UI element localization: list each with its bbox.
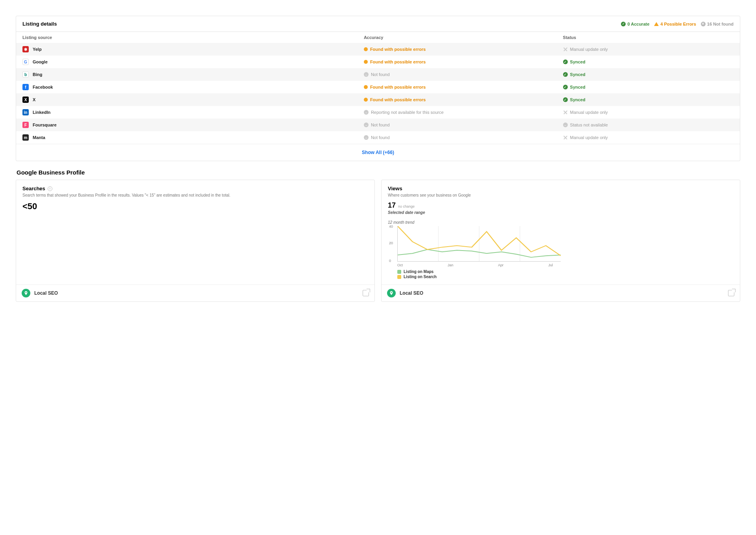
views-value-row: 17 no change bbox=[388, 201, 734, 210]
gbp-panels: Searches i Search terms that showed your… bbox=[16, 180, 740, 302]
views-x-labels: Oct Jan Apr Jul bbox=[397, 262, 561, 267]
status-text: Synced bbox=[570, 97, 586, 102]
na-dot-icon: – bbox=[364, 110, 369, 115]
accuracy-text: Found with possible errors bbox=[370, 97, 426, 102]
bing-source-icon: b bbox=[22, 71, 29, 78]
views-panel: Views Where customers see your business … bbox=[381, 180, 740, 302]
manual-update-icon bbox=[563, 135, 568, 140]
legend-not-found: ✕ 16 Not found bbox=[701, 22, 734, 26]
warning-dot-icon bbox=[364, 98, 368, 102]
status-text: Manual update only bbox=[570, 135, 608, 140]
open-external-icon[interactable] bbox=[728, 290, 734, 296]
searches-footer: Local SEO bbox=[16, 284, 374, 301]
na-dot-icon: – bbox=[364, 123, 369, 127]
local-seo-pin-icon bbox=[387, 289, 396, 297]
check-circle-icon: ✓ bbox=[563, 97, 568, 102]
table-row[interactable]: GGoogleFound with possible errors✓Synced bbox=[16, 56, 740, 68]
status-text: Synced bbox=[570, 59, 586, 64]
manual-update-icon bbox=[563, 110, 568, 115]
legend-accurate: ✓ 0 Accurate bbox=[621, 22, 649, 26]
listing-table: Listing source Accuracy Status ✱YelpFoun… bbox=[16, 32, 740, 144]
show-all-row: Show All (+66) bbox=[16, 144, 740, 161]
listing-details-card: Listing details ✓ 0 Accurate 4 Possible … bbox=[16, 16, 740, 161]
status-text: Manual update only bbox=[570, 110, 608, 115]
legend-swatch-search bbox=[397, 275, 401, 279]
open-external-icon[interactable] bbox=[363, 290, 369, 296]
searches-value: <50 bbox=[22, 201, 368, 212]
warning-dot-icon bbox=[364, 47, 368, 51]
accuracy-text: Not found bbox=[371, 135, 390, 140]
legend-swatch-maps bbox=[397, 270, 401, 274]
views-trend-label: 12 month trend bbox=[388, 220, 734, 225]
views-nochange: no change bbox=[398, 204, 415, 208]
source-name: Manta bbox=[33, 135, 45, 140]
manta-source-icon: m bbox=[22, 134, 29, 141]
info-icon[interactable]: i bbox=[48, 186, 52, 191]
local-seo-pin-icon bbox=[22, 289, 30, 297]
x-source-icon: X bbox=[22, 97, 29, 103]
searches-title: Searches i bbox=[22, 186, 368, 191]
table-row[interactable]: ✱YelpFound with possible errorsManual up… bbox=[16, 43, 740, 56]
warning-dot-icon bbox=[364, 85, 368, 89]
source-name: X bbox=[33, 97, 35, 102]
linkedin-source-icon: in bbox=[22, 109, 29, 115]
searches-subtitle: Search terms that showed your Business P… bbox=[22, 193, 368, 197]
source-name: Google bbox=[33, 59, 48, 64]
accuracy-text: Found with possible errors bbox=[370, 59, 426, 64]
table-row[interactable]: XXFound with possible errors✓Synced bbox=[16, 93, 740, 106]
views-footer-label: Local SEO bbox=[400, 290, 423, 296]
source-name: Facebook bbox=[33, 85, 53, 89]
views-trend-chart: 40 20 0 bbox=[397, 226, 561, 262]
manual-update-icon bbox=[563, 47, 568, 52]
na-dot-icon: – bbox=[364, 72, 369, 77]
views-value: 17 bbox=[388, 201, 396, 210]
not-found-circle-icon: ✕ bbox=[701, 22, 706, 26]
col-header-status: Status bbox=[563, 35, 734, 40]
check-circle-icon: ✓ bbox=[621, 22, 626, 26]
col-header-source: Listing source bbox=[22, 35, 364, 40]
views-chart-legend: Listing on Maps Listing on Search bbox=[397, 269, 561, 279]
show-all-link[interactable]: Show All (+66) bbox=[362, 150, 394, 155]
listing-details-header: Listing details ✓ 0 Accurate 4 Possible … bbox=[16, 16, 740, 32]
accuracy-text: Found with possible errors bbox=[370, 85, 426, 89]
source-name: Foursquare bbox=[33, 123, 57, 127]
accuracy-text: Not found bbox=[371, 72, 390, 77]
facebook-source-icon: f bbox=[22, 84, 29, 90]
table-row[interactable]: fFacebookFound with possible errors✓Sync… bbox=[16, 81, 740, 93]
views-subtitle: Where customers see your business on Goo… bbox=[388, 193, 734, 197]
source-name: Yelp bbox=[33, 47, 42, 52]
legend-possible-errors: 4 Possible Errors bbox=[654, 22, 696, 26]
searches-panel: Searches i Search terms that showed your… bbox=[16, 180, 375, 302]
warning-dot-icon bbox=[364, 60, 368, 64]
check-circle-icon: ✓ bbox=[563, 72, 568, 77]
table-row[interactable]: inLinkedIn–Reporting not available for t… bbox=[16, 106, 740, 119]
listing-accuracy-legend: ✓ 0 Accurate 4 Possible Errors ✕ 16 Not … bbox=[621, 22, 734, 26]
table-row[interactable]: mManta–Not foundManual update only bbox=[16, 131, 740, 144]
searches-footer-label: Local SEO bbox=[34, 290, 58, 296]
warning-triangle-icon bbox=[654, 22, 659, 26]
y-tick: 20 bbox=[389, 241, 393, 245]
gbp-section-title: Google Business Profile bbox=[17, 169, 740, 176]
y-tick: 0 bbox=[389, 259, 391, 263]
status-text: Synced bbox=[570, 72, 586, 77]
table-row[interactable]: bBing–Not found✓Synced bbox=[16, 68, 740, 81]
status-text: Manual update only bbox=[570, 47, 608, 52]
na-dot-icon: – bbox=[563, 123, 568, 127]
listing-details-title: Listing details bbox=[22, 21, 57, 27]
source-name: LinkedIn bbox=[33, 110, 50, 115]
views-title: Views bbox=[388, 186, 734, 191]
listing-table-rows: ✱YelpFound with possible errorsManual up… bbox=[16, 43, 740, 144]
source-name: Bing bbox=[33, 72, 42, 77]
col-header-accuracy: Accuracy bbox=[364, 35, 563, 40]
foursquare-source-icon: F bbox=[22, 122, 29, 128]
y-tick: 40 bbox=[389, 225, 393, 228]
accuracy-text: Not found bbox=[371, 123, 390, 127]
status-text: Synced bbox=[570, 85, 586, 89]
google-source-icon: G bbox=[22, 59, 29, 65]
views-selected-range: Selected date range bbox=[388, 210, 734, 215]
status-text: Status not available bbox=[570, 123, 608, 127]
na-dot-icon: – bbox=[364, 135, 369, 140]
listing-table-header: Listing source Accuracy Status bbox=[16, 32, 740, 43]
check-circle-icon: ✓ bbox=[563, 59, 568, 64]
table-row[interactable]: FFoursquare–Not found–Status not availab… bbox=[16, 119, 740, 131]
